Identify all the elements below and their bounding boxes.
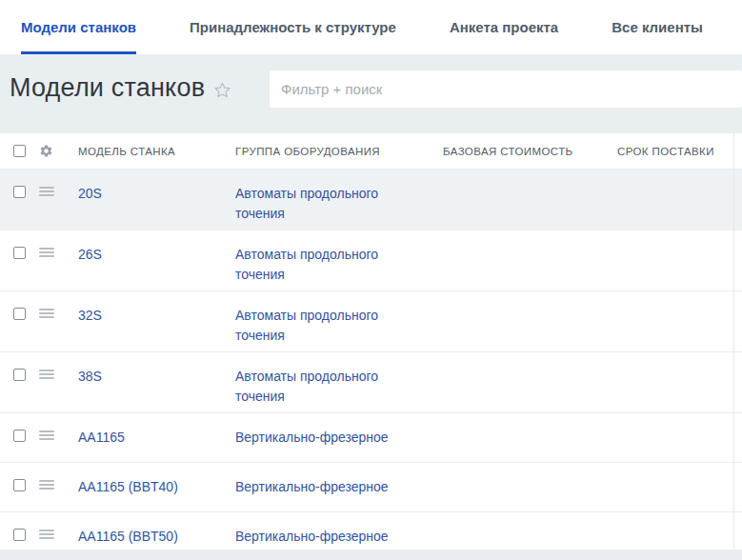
- row-checkbox[interactable]: [13, 369, 26, 381]
- model-link[interactable]: 20S: [78, 186, 102, 201]
- delivery-time-value: [617, 230, 742, 250]
- model-link[interactable]: AA1165: [78, 430, 125, 445]
- delivery-time-value: [617, 170, 742, 190]
- row-checkbox[interactable]: [13, 430, 26, 442]
- filter-search-input[interactable]: [270, 70, 742, 108]
- row-checkbox[interactable]: [13, 308, 26, 320]
- delivery-time-value: [617, 352, 742, 372]
- table-row: 38S Автоматы продольного точения: [0, 351, 742, 412]
- delivery-time-value: [617, 291, 742, 311]
- favorite-star-icon[interactable]: [213, 81, 231, 99]
- page-header: Модели станков: [0, 54, 742, 133]
- table-row: AA1165 (BBT40) Вертикально-фрезерное: [0, 462, 742, 511]
- base-cost-value: [443, 512, 617, 532]
- equipment-group-link[interactable]: Автоматы продольного точения: [235, 247, 378, 282]
- delivery-time-value: [617, 463, 742, 483]
- base-cost-value: [443, 352, 617, 372]
- column-header-equipment-group[interactable]: ГРУППА ОБОРУДОВАНИЯ: [235, 146, 443, 157]
- column-header-delivery-time[interactable]: СРОК ПОСТАВКИ: [617, 146, 742, 157]
- select-all-checkbox[interactable]: [13, 145, 26, 157]
- row-checkbox[interactable]: [13, 529, 26, 541]
- row-checkbox[interactable]: [13, 479, 26, 491]
- tab-structure-membership[interactable]: Принадлежность к структуре: [190, 0, 396, 54]
- base-cost-value: [443, 413, 617, 433]
- delivery-time-value: [617, 413, 742, 433]
- equipment-group-link[interactable]: Автоматы продольного точения: [235, 186, 378, 221]
- model-link[interactable]: 26S: [78, 247, 102, 262]
- equipment-group-link[interactable]: Вертикально-фрезерное: [235, 529, 389, 544]
- drag-handle-icon[interactable]: [39, 430, 54, 440]
- drag-handle-icon[interactable]: [39, 480, 54, 490]
- machine-models-grid: МОДЕЛЬ СТАНКА ГРУППА ОБОРУДОВАНИЯ БАЗОВА…: [0, 133, 742, 560]
- tab-bar: Модели станков Принадлежность к структур…: [0, 0, 742, 54]
- equipment-group-link[interactable]: Автоматы продольного точения: [235, 369, 378, 404]
- delivery-time-value: [617, 512, 742, 532]
- drag-handle-icon[interactable]: [39, 187, 54, 196]
- drag-handle-icon[interactable]: [39, 309, 54, 318]
- page-title: Модели станков: [10, 73, 205, 103]
- base-cost-value: [443, 230, 617, 250]
- grid-header-row: МОДЕЛЬ СТАНКА ГРУППА ОБОРУДОВАНИЯ БАЗОВА…: [0, 133, 742, 169]
- table-row: 26S Автоматы продольного точения: [0, 230, 742, 290]
- tab-machine-models[interactable]: Модели станков: [21, 0, 136, 54]
- base-cost-value: [443, 170, 617, 190]
- model-link[interactable]: 32S: [78, 308, 102, 323]
- tab-all-clients[interactable]: Все клиенты: [612, 0, 703, 54]
- tab-project-questionnaire[interactable]: Анкета проекта: [450, 0, 558, 54]
- table-row: 20S Автоматы продольного точения: [0, 169, 742, 230]
- model-link[interactable]: AA1165 (BBT50): [78, 529, 178, 544]
- drag-handle-icon[interactable]: [39, 248, 54, 257]
- table-row: 32S Автоматы продольного точения: [0, 290, 742, 351]
- equipment-group-link[interactable]: Автоматы продольного точения: [235, 308, 378, 343]
- model-link[interactable]: 38S: [78, 369, 102, 384]
- base-cost-value: [443, 291, 617, 311]
- model-link[interactable]: AA1165 (BBT40): [78, 479, 178, 494]
- grid-settings-gear-icon[interactable]: [39, 144, 53, 158]
- equipment-group-link[interactable]: Вертикально-фрезерное: [235, 430, 389, 445]
- drag-handle-icon[interactable]: [39, 370, 54, 379]
- row-checkbox[interactable]: [13, 186, 26, 198]
- bottom-strip: [0, 550, 742, 560]
- grid-right-border: [733, 133, 734, 560]
- column-header-base-cost[interactable]: БАЗОВАЯ СТОИМОСТЬ: [443, 146, 617, 157]
- row-checkbox[interactable]: [13, 247, 26, 259]
- drag-handle-icon[interactable]: [39, 530, 54, 539]
- base-cost-value: [443, 463, 617, 483]
- equipment-group-link[interactable]: Вертикально-фрезерное: [235, 479, 389, 494]
- column-header-model[interactable]: МОДЕЛЬ СТАНКА: [78, 146, 235, 157]
- table-row: AA1165 Вертикально-фрезерное: [0, 412, 742, 462]
